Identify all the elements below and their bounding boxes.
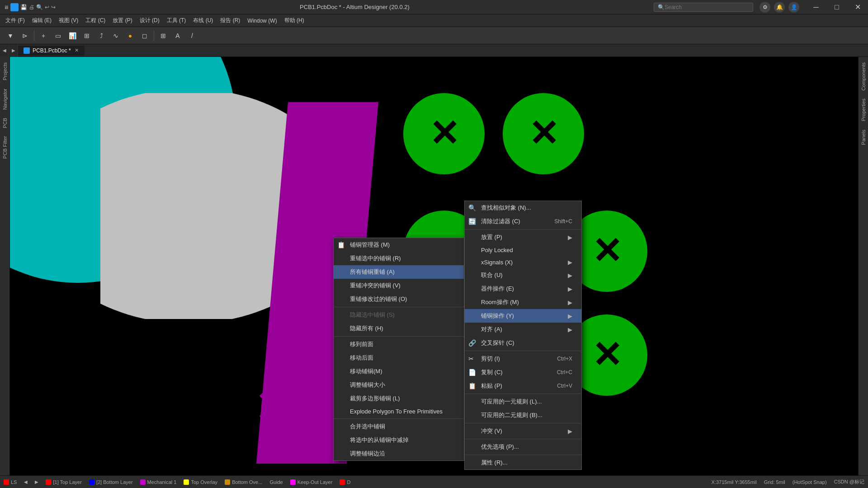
plus-btn[interactable]: +: [37, 29, 50, 42]
ctx-resize-copper[interactable]: 调整铺铜大小: [334, 378, 464, 392]
ctx-room-op[interactable]: Room操作 (M) ▶: [465, 296, 581, 309]
filter-btn[interactable]: ▼: [4, 29, 17, 42]
menu-edit[interactable]: 编辑 (E): [28, 15, 55, 26]
ctx-move-copper[interactable]: 移动铺铜(M): [334, 365, 464, 378]
d-color: [340, 479, 345, 485]
restore-button[interactable]: □: [826, 0, 847, 14]
ctx-poly-locked[interactable]: Poly Locked: [465, 244, 581, 256]
ctx-merge[interactable]: 合并选中铺铜: [334, 420, 464, 433]
copy-shortcut: Ctrl+C: [557, 369, 572, 375]
ls-layer[interactable]: LS: [4, 479, 17, 485]
right-panel: Components Properties Panels: [858, 57, 868, 475]
align-arrow: ▶: [568, 326, 572, 333]
ctx-preferences[interactable]: 优先选项 (P)...: [465, 440, 581, 454]
menu-window[interactable]: Window (W): [244, 16, 280, 25]
menu-route[interactable]: 布线 (U): [189, 15, 217, 26]
settings-icon[interactable]: ⚙: [760, 2, 770, 13]
ctx-adjust-edge[interactable]: 调整铺铜边沿: [334, 447, 464, 460]
titlebar-icons: ⚙ 🔔 👤: [760, 2, 803, 13]
menu-file[interactable]: 文件 (F): [2, 15, 28, 26]
ctx-copper-mgr[interactable]: 📋 铺铜管理器 (M): [334, 238, 464, 252]
pen-btn[interactable]: /: [185, 29, 199, 42]
close-button[interactable]: ✕: [847, 0, 868, 14]
nav-prev[interactable]: ◀: [24, 479, 28, 484]
tab-pcb1[interactable]: PCB1.PcbDoc * ✕: [18, 46, 85, 56]
ctx-move-front[interactable]: 移到前面: [334, 338, 464, 351]
sidebar-pcb[interactable]: PCB: [1, 114, 9, 132]
grid2-btn[interactable]: ⊞: [156, 29, 170, 42]
notifications-icon[interactable]: 🔔: [774, 2, 785, 13]
ctx-align[interactable]: 对齐 (A) ▶: [465, 323, 581, 336]
nav-next[interactable]: ▶: [35, 479, 38, 484]
guide-layer[interactable]: Guide: [269, 479, 283, 485]
mechanical-label: Mechanical 1: [147, 479, 177, 485]
ctx-explode[interactable]: Explode Polygon To Free Primitives: [334, 405, 464, 418]
ctx-clear-filter[interactable]: 🔄 清除过滤器 (C) Shift+C: [465, 215, 581, 228]
ctx-repour-modified[interactable]: 重铺修改过的铺铜 (O): [334, 292, 464, 306]
ctx-unary-rules[interactable]: 可应用的一元规则 (L)...: [465, 395, 581, 408]
purple-x-1: ✕: [254, 385, 292, 430]
ctx-find-similar[interactable]: 🔍 查找相似对象 (N)...: [465, 201, 581, 215]
sidebar-projects[interactable]: Projects: [1, 59, 9, 84]
text-btn[interactable]: A: [171, 29, 184, 42]
ctx-move-back[interactable]: 移动后面: [334, 351, 464, 365]
menu-place[interactable]: 放置 (P): [109, 15, 136, 26]
ctx-union[interactable]: 联合 (U) ▶: [465, 268, 581, 282]
ctx-binary-rules[interactable]: 可应用的二元规则 (B)...: [465, 408, 581, 422]
menu-design[interactable]: 设计 (D): [136, 15, 163, 26]
sidebar-properties[interactable]: Properties: [859, 95, 868, 125]
select-btn[interactable]: ⊳: [18, 29, 32, 42]
route-btn[interactable]: ⤴: [94, 29, 108, 42]
menu-view[interactable]: 视图 (V): [55, 15, 82, 26]
top-layer[interactable]: [1] Top Layer: [46, 479, 81, 485]
ctx-subtract[interactable]: 将选中的从铺铜中减掉: [334, 433, 464, 447]
ctx2-sep-3: [465, 394, 581, 394]
wave-btn[interactable]: ∿: [109, 29, 123, 42]
ctx-repour-selected[interactable]: 重铺选中的铺铜 (R): [334, 252, 464, 265]
sidebar-panels[interactable]: Panels: [859, 126, 868, 149]
ctx-clip-polygon[interactable]: 裁剪多边形铺铜 (L): [334, 392, 464, 405]
keepout-layer[interactable]: Keep-Out Layer: [290, 479, 333, 485]
bottom-overlay[interactable]: Bottom Ove...: [225, 479, 262, 485]
ctx-copper-op[interactable]: 铺铜操作 (Y) ▶: [465, 309, 581, 323]
ctx-hide-all[interactable]: 隐藏所有 (H): [334, 322, 464, 335]
menu-report[interactable]: 报告 (R): [217, 15, 244, 26]
tabbar: ◀ ▶ PCB1.PcbDoc * ✕: [0, 44, 868, 57]
ctx-repour-conflict[interactable]: 重铺冲突的铺铜 (V): [334, 279, 464, 292]
search-input[interactable]: [665, 4, 741, 10]
ctx-conflicts[interactable]: 冲突 (V) ▶: [465, 424, 581, 438]
sidebar-components[interactable]: Components: [859, 59, 868, 94]
rect2-btn[interactable]: ◻: [138, 29, 151, 42]
ctx-paste[interactable]: 📋 粘贴 (P) Ctrl+V: [465, 379, 581, 393]
ctx-sep-3: [334, 418, 464, 419]
rect-btn[interactable]: ▭: [51, 29, 65, 42]
ls-color: [4, 479, 9, 485]
menu-tools[interactable]: 工具 (T): [163, 15, 190, 26]
sep1: [34, 31, 34, 41]
window-controls: ─ □ ✕: [806, 0, 868, 14]
conflicts-arrow: ▶: [568, 428, 572, 435]
ctx-component-op[interactable]: 器件操作 (E) ▶: [465, 282, 581, 296]
top-overlay[interactable]: Top Overlay: [184, 479, 217, 485]
menu-help[interactable]: 帮助 (H): [281, 15, 308, 26]
search-bar[interactable]: 🔍: [654, 3, 753, 12]
ctx-properties[interactable]: 属性 (R)...: [465, 456, 581, 469]
circle-btn[interactable]: ●: [123, 29, 137, 42]
sep2: [154, 31, 154, 41]
ctx-xsignals[interactable]: xSignals (X) ▶: [465, 256, 581, 268]
ctx-place[interactable]: 放置 (P) ▶: [465, 230, 581, 244]
ctx-copy[interactable]: 📄 复制 (C) Ctrl+C: [465, 366, 581, 379]
grid-btn[interactable]: ⊞: [80, 29, 94, 42]
mechanical-layer[interactable]: Mechanical 1: [140, 479, 177, 485]
bottom-layer[interactable]: [2] Bottom Layer: [89, 479, 133, 485]
sidebar-navigator[interactable]: Navigator: [1, 85, 9, 113]
top-layer-color: [46, 479, 51, 485]
ctx-repour-all[interactable]: 所有铺铜重铺 (A): [334, 265, 464, 279]
sidebar-pcbfilter[interactable]: PCB Filter: [1, 132, 9, 162]
minimize-button[interactable]: ─: [806, 0, 826, 14]
ctx-cross-probe[interactable]: 🔗 交叉探针 (C): [465, 336, 581, 350]
chart-btn[interactable]: 📊: [66, 29, 79, 42]
user-icon[interactable]: 👤: [788, 2, 799, 13]
d-layer[interactable]: D: [340, 479, 350, 485]
menu-project[interactable]: 工程 (C): [82, 15, 109, 26]
